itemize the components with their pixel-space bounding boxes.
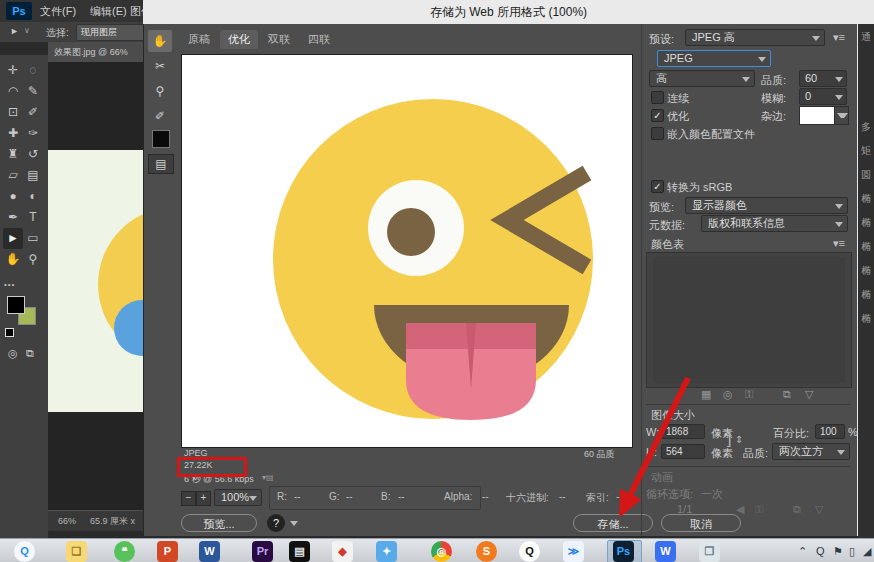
brush-tool[interactable]: ✑ <box>23 123 43 144</box>
chevron-down-icon[interactable]: ∨ <box>24 26 30 35</box>
taskbar-word-icon[interactable]: W <box>199 541 220 562</box>
tab-4up[interactable]: 四联 <box>300 30 338 49</box>
taskbar-qq-icon[interactable]: Q <box>519 541 540 562</box>
screen-mode-icon[interactable]: ⧉ <box>26 347 34 360</box>
taskbar-file-explorer-icon[interactable]: ❏ <box>66 541 87 562</box>
matte-chevron-icon[interactable] <box>834 106 849 125</box>
new-color-icon[interactable]: ⧉ <box>783 388 791 401</box>
quick-selection-tool[interactable]: ✎ <box>23 81 43 102</box>
tray-alert-icon[interactable]: ⚑ <box>833 544 843 558</box>
compression-dropdown[interactable]: 高 <box>649 70 755 87</box>
preview-mode-dropdown[interactable]: 显示器颜色 <box>685 197 848 214</box>
color-table-menu-icon[interactable]: ▾≡ <box>833 237 845 250</box>
download-speed-menu-icon[interactable]: ▾▤ <box>262 473 274 482</box>
browser-select-chevron-icon[interactable] <box>290 521 298 526</box>
path-selection-tool[interactable]: ► <box>3 228 23 249</box>
quick-mask-icon[interactable]: ◎ <box>8 347 18 360</box>
tray-device-icon[interactable]: ▯ <box>849 544 855 558</box>
taskbar-sogou-browser-icon[interactable]: S <box>476 541 497 562</box>
blur-spinner[interactable]: 0 <box>799 88 847 105</box>
eraser-tool[interactable]: ▱ <box>3 165 23 186</box>
slice-select-tool[interactable]: ✂ <box>148 55 172 77</box>
preview-in-browser-button[interactable]: 预览... <box>181 514 257 532</box>
height-field[interactable]: 564 <box>661 444 705 459</box>
quality-spinner[interactable]: 60 <box>799 70 847 87</box>
menu-edit[interactable]: 编辑(E) <box>90 4 127 19</box>
taskbar-3d-box-icon[interactable]: ❐ <box>699 541 720 562</box>
srgb-checkbox[interactable]: ✓ <box>651 180 664 193</box>
width-label: W: <box>646 426 659 438</box>
websnap-icon[interactable]: ◎ <box>723 388 733 401</box>
type-tool[interactable]: T <box>23 207 43 228</box>
hand-tool[interactable]: ✋ <box>3 249 23 270</box>
delete-color-icon[interactable]: ▽ <box>805 388 813 401</box>
taskbar-wps-icon[interactable]: W <box>655 541 676 562</box>
taskbar-wechat-icon[interactable]: ❝ <box>114 541 135 562</box>
zoom-level-dropdown[interactable]: 100% <box>214 489 262 506</box>
document-tab[interactable]: 效果图.jpg @ 66% <box>48 42 143 62</box>
eyedropper-tool[interactable]: ✐ <box>23 102 43 123</box>
metadata-dropdown[interactable]: 版权和联系信息 <box>701 215 848 232</box>
format-dropdown[interactable]: JPEG <box>657 50 771 67</box>
healing-brush-tool[interactable]: ✚ <box>3 123 23 144</box>
taskbar-powerpoint-icon[interactable]: P <box>157 541 178 562</box>
taskbar-premiere-icon[interactable]: Pr <box>252 541 273 562</box>
save-for-web-dialog: 原稿 优化 双联 四联 ✋✂⚲✐ ▤ JPEG 27.22K 6 秒 @ 56.… <box>143 24 859 536</box>
crop-tool[interactable]: ⊡ <box>3 102 23 123</box>
tab-optimized[interactable]: 优化 <box>220 30 258 49</box>
link-dimensions-icon[interactable]: ] <box>727 430 731 448</box>
layer-select-dropdown[interactable]: 现用图层 <box>76 24 148 41</box>
preview-mode-label: 预览: <box>649 200 674 215</box>
more-tools-icon[interactable]: ••• <box>4 280 15 289</box>
eyedropper-tool[interactable]: ✐ <box>148 105 172 127</box>
preset-dropdown[interactable]: JPEG 高 <box>685 29 825 46</box>
taskbar-rabbit-app-icon[interactable]: ✦ <box>376 541 397 562</box>
blur-tool[interactable]: ● <box>3 186 23 207</box>
resample-quality-dropdown[interactable]: 两次立方 <box>772 443 850 460</box>
progressive-checkbox[interactable] <box>651 91 664 104</box>
eyedropper-color-swatch[interactable] <box>152 130 170 148</box>
document-zoom-level[interactable]: 66% <box>58 511 76 531</box>
lock-color-icon[interactable]: ⚿ <box>745 388 753 401</box>
zoom-out-button[interactable]: − <box>181 491 196 506</box>
preview-quality-note: 60 品质 <box>584 448 615 461</box>
taskbar-qq-browser-icon[interactable]: Q <box>14 541 35 562</box>
tray-qq-icon[interactable]: Q <box>816 544 825 558</box>
marquee-tool[interactable]: ◌ <box>23 60 43 81</box>
zoom-tool[interactable]: ⚲ <box>23 249 43 270</box>
taskbar-chrome-icon[interactable]: ◎ <box>431 541 452 562</box>
menu-file[interactable]: 文件(F) <box>40 4 76 19</box>
dodge-tool[interactable]: ◐ <box>23 186 43 207</box>
history-brush-tool[interactable]: ↺ <box>23 144 43 165</box>
tray-expand-icon[interactable]: ⌃ <box>798 544 807 558</box>
dither-icon[interactable]: ▦ <box>701 388 711 401</box>
browser-preview-icon[interactable]: ? <box>267 514 285 532</box>
tab-original[interactable]: 原稿 <box>180 30 218 49</box>
hand-tool[interactable]: ✋ <box>148 30 172 52</box>
toggle-slices-button[interactable]: ▤ <box>148 154 174 174</box>
embed-profile-checkbox[interactable] <box>651 127 664 140</box>
taskbar-photoshop-icon[interactable]: Ps <box>613 541 634 562</box>
rectangle-tool[interactable]: ▭ <box>23 228 43 249</box>
default-colors-icon[interactable] <box>5 328 14 337</box>
settings-menu-icon[interactable]: ▾≡ <box>833 31 845 44</box>
zoom-tool[interactable]: ⚲ <box>148 80 172 102</box>
move-tool[interactable]: ✛ <box>3 60 23 81</box>
taskbar-thunder-icon[interactable]: ≫ <box>563 541 584 562</box>
width-field[interactable]: 1868 <box>661 424 705 439</box>
gradient-tool[interactable]: ▤ <box>23 165 43 186</box>
foreground-color-swatch[interactable] <box>7 296 25 314</box>
optimized-checkbox[interactable]: ✓ <box>651 109 664 122</box>
tray-network-icon[interactable]: ◢ <box>863 544 871 558</box>
cancel-button[interactable]: 取消 <box>661 514 741 532</box>
zoom-in-button[interactable]: + <box>196 491 211 506</box>
matte-color-swatch[interactable] <box>799 106 835 125</box>
clone-stamp-tool[interactable]: ♜ <box>3 144 23 165</box>
percent-field[interactable]: 100 <box>815 424 845 439</box>
pen-tool[interactable]: ✒ <box>3 207 23 228</box>
taskbar-media-player-icon[interactable]: ▤ <box>289 541 310 562</box>
taskbar-format-factory-icon[interactable]: ◆ <box>332 541 353 562</box>
lasso-tool[interactable]: ◠ <box>3 81 23 102</box>
tab-2up[interactable]: 双联 <box>260 30 298 49</box>
optimized-preview[interactable] <box>181 54 633 448</box>
